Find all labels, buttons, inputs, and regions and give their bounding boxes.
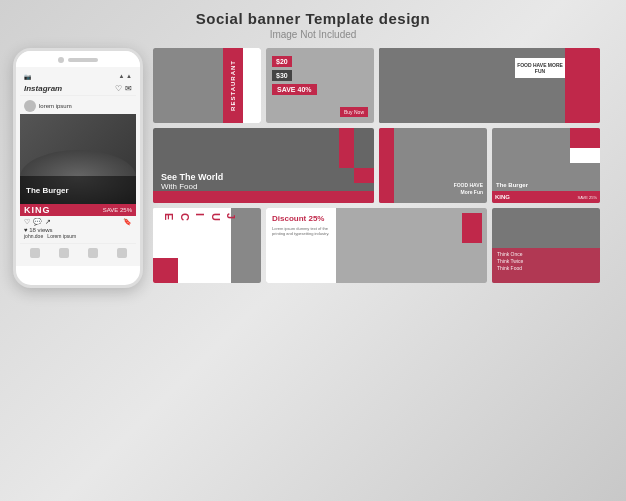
card4-deco1: [339, 128, 354, 168]
card4-title: See The World: [161, 172, 223, 182]
card6-pink-bar: KING SAVE 25%: [492, 191, 600, 203]
card-sale: $20 $30 SAVE 40% Buy Now: [266, 48, 374, 123]
main-title: Social banner Template design: [196, 10, 430, 27]
card5-text1: FOOD HAVE: [454, 182, 483, 189]
card6-king: KING: [495, 194, 510, 200]
templates-grid: RESTAURANT $20 $30 SAVE 40% Buy Now FOOD…: [153, 48, 600, 283]
post-action-icons: ♡ 💬 ↗: [24, 218, 51, 226]
card9-overlay: Think Once Think Twice Think Food: [492, 248, 600, 283]
user-sub: Lorem ipsum: [47, 233, 76, 239]
card-juice: JUICE: [153, 208, 261, 283]
camera-icon: 📷: [24, 73, 31, 80]
card-think-twice: Think Once Think Twice Think Food: [492, 208, 600, 283]
nav-home-icon[interactable]: [30, 248, 40, 258]
card2-buy-btn[interactable]: Buy Now: [340, 107, 368, 117]
nav-add-icon[interactable]: [88, 248, 98, 258]
card-restaurant: RESTAURANT: [153, 48, 261, 123]
post-footer: ♡ 💬 ↗ 🔖 ♥ 18 views john.doe Lorem ipsum: [20, 216, 136, 241]
avatar: [24, 100, 36, 112]
card6-save: SAVE 25%: [578, 195, 598, 200]
like-icon[interactable]: ♡: [24, 218, 30, 226]
card2-save: SAVE 40%: [272, 84, 317, 95]
user-handle: john.doe: [24, 233, 43, 239]
card5-pink-left: [379, 128, 394, 203]
signal-icons: ▲ ▲: [118, 73, 132, 80]
card4-overlay: See The World With Food: [161, 172, 223, 191]
card7-pink-deco: [153, 258, 178, 283]
page-title-block: Social banner Template design: [196, 10, 430, 27]
card3-label: FOOD HAVE MORE FUN: [515, 62, 565, 74]
card4-pink-strip: [153, 191, 374, 203]
card-food-fun: FOOD HAVE MORE FUN: [379, 48, 600, 123]
share-icon[interactable]: ↗: [45, 218, 51, 226]
card9-line1: Think Once: [497, 251, 595, 258]
post-king-label: KING: [24, 205, 51, 215]
card6-deco-top: [570, 128, 600, 148]
post-burger-title: The Burger: [26, 186, 130, 195]
card-burger-king-small: The Burger KING SAVE 25%: [492, 128, 600, 203]
card1-pink-bar: RESTAURANT: [223, 48, 243, 123]
card1-white-strip: [243, 48, 261, 123]
post-header: lorem ipsum: [20, 98, 136, 114]
card-food-more-fun: FOOD HAVE More Fun: [379, 128, 487, 203]
card3-text-block: FOOD HAVE MORE FUN: [515, 58, 565, 78]
card5-text-block: FOOD HAVE More Fun: [454, 182, 483, 195]
comment-icon[interactable]: 💬: [33, 218, 42, 226]
card7-juice-text: JUICE: [161, 213, 238, 223]
card2-price1: $20: [272, 56, 292, 67]
instagram-logo: Instagram: [24, 84, 62, 93]
heart-icon: ♡: [115, 84, 122, 93]
nav-search-icon[interactable]: [59, 248, 69, 258]
post-image: The Burger: [20, 114, 136, 204]
nav-profile-icon[interactable]: [117, 248, 127, 258]
phone-speaker: [68, 58, 98, 62]
bookmark-icon[interactable]: 🔖: [123, 218, 132, 226]
post-username: lorem ipsum: [39, 103, 72, 109]
card9-line3: Think Food: [497, 265, 595, 272]
card3-pink-side: [565, 48, 600, 123]
card6-overlay: The Burger: [496, 173, 528, 191]
phone-top-bar: [16, 51, 140, 67]
card5-text2: More Fun: [454, 189, 483, 196]
phone-screen: 📷 ▲ ▲ Instagram ♡ ✉ lorem ipsum The Burg…: [16, 67, 140, 266]
card1-label: RESTAURANT: [230, 60, 236, 111]
card-see-world: See The World With Food: [153, 128, 374, 203]
instagram-header: Instagram ♡ ✉: [20, 82, 136, 96]
post-overlay-bar: The Burger: [20, 176, 136, 204]
message-icon: ✉: [125, 84, 132, 93]
phone-camera: [58, 57, 64, 63]
page-subtitle: Image Not Included: [270, 29, 357, 40]
card2-price2: $30: [272, 70, 292, 81]
card8-desc: Lorem ipsum dummy text of the printing a…: [272, 226, 330, 236]
card6-white-mid: [570, 148, 600, 163]
insta-actions: ♡ ✉: [115, 84, 132, 93]
post-actions: ♡ 💬 ↗ 🔖: [24, 218, 132, 226]
main-content: 📷 ▲ ▲ Instagram ♡ ✉ lorem ipsum The Burg…: [13, 48, 613, 288]
phone-bottom-nav: [20, 243, 136, 262]
post-user-details: john.doe Lorem ipsum: [24, 233, 132, 239]
post-save-label: SAVE 25%: [103, 207, 132, 213]
phone-mockup: 📷 ▲ ▲ Instagram ♡ ✉ lorem ipsum The Burg…: [13, 48, 143, 288]
card-discount: Discount 25% Lorem ipsum dummy text of t…: [266, 208, 487, 283]
card8-pink-deco: [462, 213, 482, 243]
card6-title: The Burger: [496, 182, 528, 188]
post-pink-bar: KING SAVE 25%: [20, 204, 136, 216]
card9-line2: Think Twice: [497, 258, 595, 265]
phone-status-bar: 📷 ▲ ▲: [20, 71, 136, 82]
card8-white-block: Discount 25% Lorem ipsum dummy text of t…: [266, 208, 336, 283]
card4-deco2: [354, 168, 374, 183]
card8-discount-label: Discount 25%: [272, 214, 330, 223]
card4-subtitle: With Food: [161, 182, 223, 191]
